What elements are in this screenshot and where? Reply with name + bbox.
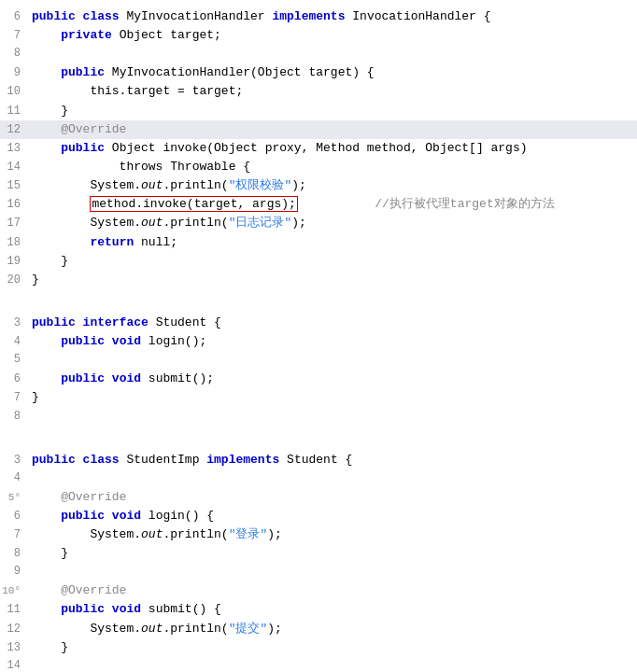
line-number: 3 [0,315,28,332]
line-number: 14 [0,159,28,176]
line-content: throws Throwable { [28,158,637,176]
plain-text: Student { [156,315,221,329]
line-number: 6 [0,8,28,26]
keyword: public [32,453,83,467]
line-number: 4 [0,469,28,487]
line-number: 14 [0,657,28,672]
plain-text [32,141,61,155]
plain-text: System. [32,527,141,541]
plain-text: System. [32,216,141,230]
plain-text: ); [267,622,282,636]
code-line: 11 } [0,102,637,120]
plain-text: } [32,390,39,404]
plain-text: this.target = target; [32,84,243,98]
annotation: @Override [32,583,126,597]
line-content: public void submit() { [28,600,637,619]
line-number: 19 [0,253,28,271]
keyword: interface [83,315,156,329]
line-content: } [28,271,637,289]
line-number: 11 [0,601,28,619]
keyword: void [112,371,149,385]
code-line: 15 System.out.println("权限校验"); [0,176,637,195]
plain-text: System. [32,178,141,192]
string-literal: "日志记录" [229,216,292,230]
plain-text: throws Throwable { [32,160,250,174]
line-content: public void submit(); [28,370,637,388]
plain-text: } [32,104,68,118]
code-line: 16 method.invoke(target, args); //执行被代理t… [0,195,637,214]
plain-text: Object invoke(Object proxy, Method metho… [112,141,528,155]
plain-text: } [32,546,68,560]
code-line: 10 this.target = target; [0,82,637,101]
keyword: class [83,9,127,23]
code-line: 4 public void login(); [0,332,637,351]
plain-text: MyInvocationHandler(Object target) { [112,65,375,79]
line-number: 5 [0,351,28,369]
line-content: public class MyInvocationHandler impleme… [28,7,637,26]
line-number: 16 [0,196,28,214]
code-block-block1: 6public class MyInvocationHandler implem… [0,4,637,293]
code-line: 18 return null; [0,233,637,252]
plain-text: MyInvocationHandler [126,9,272,23]
code-line: 8 } [0,544,637,563]
line-number: 15 [0,177,28,195]
line-number: 13 [0,140,28,158]
line-content: public void login() { [28,507,637,525]
plain-text: Student { [287,453,352,467]
line-content: public void login(); [28,332,637,351]
line-number: 12 [0,121,28,139]
plain-text: .println( [163,216,228,230]
keyword: public [61,509,112,523]
line-number: 8 [0,45,28,63]
code-line: 11 public void submit() { [0,600,637,619]
line-content: private Object target; [28,26,637,45]
code-line: 6public class MyInvocationHandler implem… [0,7,637,26]
code-line: 10° @Override [0,581,637,600]
line-number: 8 [0,408,28,426]
code-container: 6public class MyInvocationHandler implem… [0,0,637,672]
line-number: 20 [0,272,28,289]
line-content: public MyInvocationHandler(Object target… [28,63,637,82]
code-line: 9 [0,563,637,581]
plain-text: null; [141,235,177,249]
italic-text: out [141,622,163,636]
code-line: 3public class StudentImp implements Stud… [0,451,637,469]
string-literal: "权限校验" [229,178,292,192]
italic-text: out [141,178,163,192]
plain-text: StudentImp [126,453,206,467]
plain-text [32,602,61,616]
line-number: 7 [0,526,28,544]
keyword: return [90,235,141,249]
code-line: 8 [0,45,637,63]
line-content: } [28,252,637,271]
line-content: System.out.println("日志记录"); [28,214,637,232]
code-line: 7} [0,388,637,407]
code-line: 7 System.out.println("登录"); [0,525,637,544]
line-content: } [28,638,637,657]
line-content: System.out.println("权限校验"); [28,176,637,195]
keyword: implements [272,9,352,23]
plain-text: System. [32,622,141,636]
code-line: 17 System.out.println("日志记录"); [0,214,637,232]
line-number: 6 [0,371,28,388]
line-number: 11 [0,103,28,120]
boxed-code: method.invoke(target, args); [90,196,297,212]
code-line: 5 [0,351,637,370]
code-block-block3: 3public class StudentImp implements Stud… [0,447,637,672]
plain-text: ); [291,216,306,230]
line-content: @Override [28,488,637,507]
keyword: public [32,9,83,23]
code-line: 9 public MyInvocationHandler(Object targ… [0,63,637,82]
block-separator [0,293,637,310]
line-number: 9 [0,64,28,82]
plain-text: .println( [163,178,228,192]
code-line: 3public interface Student { [0,314,637,332]
line-number: 3 [0,452,28,469]
line-content: } [28,544,637,563]
line-content: System.out.println("登录"); [28,525,637,544]
code-line: 12 @Override [0,120,637,139]
plain-text: login() { [149,509,214,523]
line-content: public Object invoke(Object proxy, Metho… [28,139,637,158]
code-line: 6 public void login() { [0,507,637,525]
line-number: 10° [0,583,28,599]
